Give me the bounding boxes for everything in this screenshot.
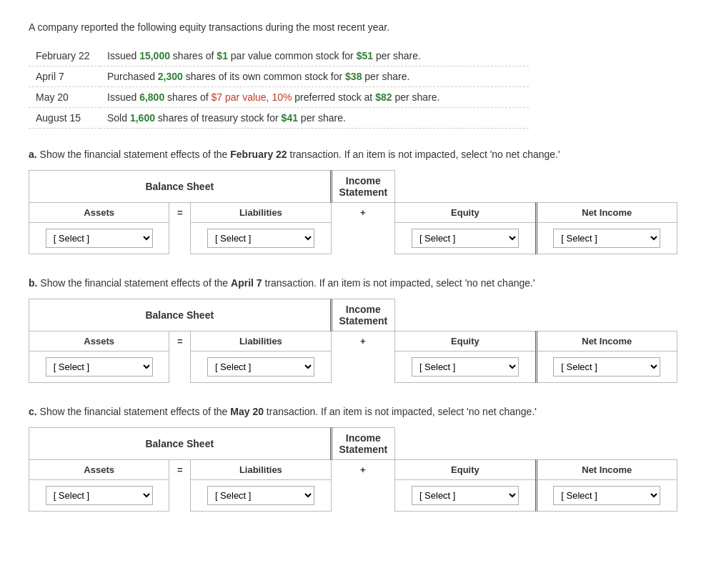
transaction-row: February 22 Issued 15,000 shares of $1 p… xyxy=(29,46,529,66)
transaction-description: Issued 6,800 shares of $7 par value, 10%… xyxy=(100,87,529,108)
equals-b: = xyxy=(169,332,191,352)
equity-subheader-a: Equity xyxy=(395,203,536,223)
question-a-label: a. xyxy=(29,149,37,160)
net-income-select-c[interactable]: [ Select ] No net change Increase Decrea… xyxy=(553,486,660,505)
financial-table-b: Balance Sheet Income Statement Assets = … xyxy=(29,299,677,383)
net-income-select-b[interactable]: [ Select ] No net change Increase Decrea… xyxy=(553,357,660,377)
net-income-select-cell-b: [ Select ] No net change Increase Decrea… xyxy=(536,352,677,383)
equals-cell-a xyxy=(169,223,191,254)
highlight: $51 xyxy=(357,50,373,61)
equity-select-cell-a: [ Select ] No net change Increase Decrea… xyxy=(395,223,536,254)
section-c: c. Show the financial statement effects … xyxy=(29,406,677,512)
plus-a: + xyxy=(331,203,395,223)
highlight: 2,300 xyxy=(158,71,183,82)
equity-select-c[interactable]: [ Select ] No net change Increase Decrea… xyxy=(412,486,519,505)
transaction-description: Sold 1,600 shares of treasury stock for … xyxy=(100,108,529,129)
income-statement-header-a: Income Statement xyxy=(331,171,395,203)
financial-table-c: Balance Sheet Income Statement Assets = … xyxy=(29,427,677,512)
liabilities-select-a[interactable]: [ Select ] No net change Increase Decrea… xyxy=(207,229,314,248)
equity-select-a[interactable]: [ Select ] No net change Increase Decrea… xyxy=(412,229,519,248)
assets-select-cell-a: [ Select ] No net change Increase Decrea… xyxy=(29,223,169,254)
highlight: $38 xyxy=(345,71,362,82)
plus-b: + xyxy=(331,332,395,352)
transaction-date: February 22 xyxy=(29,46,100,66)
highlight: $1 xyxy=(217,50,228,61)
plus-cell-b xyxy=(331,352,395,383)
liabilities-select-c[interactable]: [ Select ] No net change Increase Decrea… xyxy=(207,486,314,505)
question-c-label: c. xyxy=(29,406,37,417)
equity-select-b[interactable]: [ Select ] No net change Increase Decrea… xyxy=(412,357,519,377)
header-row-b: Balance Sheet Income Statement xyxy=(29,299,677,332)
equity-subheader-c: Equity xyxy=(395,460,536,480)
equity-select-cell-c: [ Select ] No net change Increase Decrea… xyxy=(395,480,536,512)
liabilities-select-cell-c: [ Select ] No net change Increase Decrea… xyxy=(191,480,331,512)
highlight: 15,000 xyxy=(139,50,170,61)
income-statement-header-c: Income Statement xyxy=(331,428,395,460)
question-c-highlight: May 20 xyxy=(230,406,264,417)
intro-text: A company reported the following equity … xyxy=(29,21,677,33)
income-statement-header-b: Income Statement xyxy=(331,299,395,332)
liabilities-subheader-c: Liabilities xyxy=(191,460,331,480)
select-row-c: [ Select ] No net change Increase Decrea… xyxy=(29,480,677,512)
plus-c: + xyxy=(331,460,395,480)
subheader-row-a: Assets = Liabilities + Equity Net Income xyxy=(29,203,677,223)
net-income-subheader-a: Net Income xyxy=(536,203,677,223)
net-income-select-cell-a: [ Select ] No net change Increase Decrea… xyxy=(536,223,677,254)
assets-subheader-c: Assets xyxy=(29,460,169,480)
equals-c: = xyxy=(169,460,191,480)
highlight: 1,600 xyxy=(130,112,155,124)
question-b-text: b. Show the financial statement effects … xyxy=(29,277,677,289)
liabilities-select-cell-b: [ Select ] No net change Increase Decrea… xyxy=(191,352,331,383)
highlight: $41 xyxy=(282,112,298,124)
header-row-a: Balance Sheet Income Statement xyxy=(29,171,677,203)
assets-select-c[interactable]: [ Select ] No net change Increase Decrea… xyxy=(46,486,153,505)
liabilities-subheader-b: Liabilities xyxy=(191,332,331,352)
highlight: $7 par value, 10% xyxy=(212,91,292,103)
question-b-highlight: April 7 xyxy=(231,277,262,289)
assets-select-b[interactable]: [ Select ] No net change Increase Decrea… xyxy=(46,357,153,377)
plus-cell-c xyxy=(331,480,395,512)
net-income-select-a[interactable]: [ Select ] No net change Increase Decrea… xyxy=(553,229,660,248)
liabilities-subheader-a: Liabilities xyxy=(191,203,331,223)
equity-subheader-b: Equity xyxy=(395,332,536,352)
transaction-date: April 7 xyxy=(29,66,100,87)
assets-select-cell-c: [ Select ] No net change Increase Decrea… xyxy=(29,480,169,512)
net-income-select-cell-c: [ Select ] No net change Increase Decrea… xyxy=(536,480,677,512)
section-a: a. Show the financial statement effects … xyxy=(29,149,677,254)
transaction-row: May 20 Issued 6,800 shares of $7 par val… xyxy=(29,87,529,108)
equals-cell-b xyxy=(169,352,191,383)
transaction-row: August 15 Sold 1,600 shares of treasury … xyxy=(29,108,529,129)
section-b: b. Show the financial statement effects … xyxy=(29,277,677,383)
plus-cell-a xyxy=(331,223,395,254)
question-a-highlight: February 22 xyxy=(230,149,287,160)
assets-select-a[interactable]: [ Select ] No net change Increase Decrea… xyxy=(46,229,153,248)
transaction-row: April 7 Purchased 2,300 shares of its ow… xyxy=(29,66,529,87)
assets-select-cell-b: [ Select ] No net change Increase Decrea… xyxy=(29,352,169,383)
balance-sheet-header-a: Balance Sheet xyxy=(29,171,332,203)
balance-sheet-header-b: Balance Sheet xyxy=(29,299,332,332)
transaction-date: May 20 xyxy=(29,87,100,108)
net-income-subheader-b: Net Income xyxy=(536,332,677,352)
financial-table-a: Balance Sheet Income Statement Assets = … xyxy=(29,170,677,254)
liabilities-select-cell-a: [ Select ] No net change Increase Decrea… xyxy=(191,223,331,254)
select-row-b: [ Select ] No net change Increase Decrea… xyxy=(29,352,677,383)
question-c-text: c. Show the financial statement effects … xyxy=(29,406,677,417)
select-row-a: [ Select ] No net change Increase Decrea… xyxy=(29,223,677,254)
subheader-row-c: Assets = Liabilities + Equity Net Income xyxy=(29,460,677,480)
equity-select-cell-b: [ Select ] No net change Increase Decrea… xyxy=(395,352,536,383)
assets-subheader-a: Assets xyxy=(29,203,169,223)
transactions-table: February 22 Issued 15,000 shares of $1 p… xyxy=(29,46,529,129)
question-a-text: a. Show the financial statement effects … xyxy=(29,149,677,160)
net-income-subheader-c: Net Income xyxy=(536,460,677,480)
transaction-description: Purchased 2,300 shares of its own common… xyxy=(100,66,529,87)
transaction-description: Issued 15,000 shares of $1 par value com… xyxy=(100,46,529,66)
header-row-c: Balance Sheet Income Statement xyxy=(29,428,677,460)
equals-a: = xyxy=(169,203,191,223)
highlight: $82 xyxy=(375,91,392,103)
transaction-date: August 15 xyxy=(29,108,100,129)
balance-sheet-header-c: Balance Sheet xyxy=(29,428,332,460)
question-b-label: b. xyxy=(29,277,37,289)
equals-cell-c xyxy=(169,480,191,512)
highlight: 6,800 xyxy=(139,91,164,103)
liabilities-select-b[interactable]: [ Select ] No net change Increase Decrea… xyxy=(207,357,314,377)
